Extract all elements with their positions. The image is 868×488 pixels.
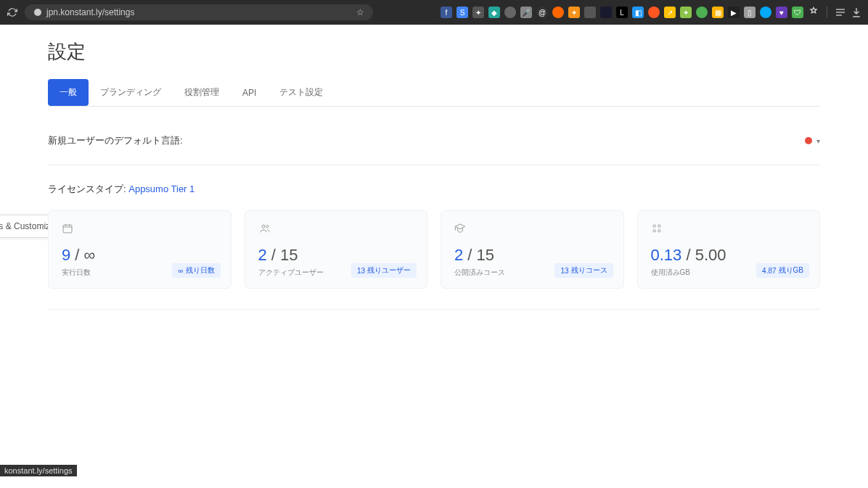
url-bar[interactable]: jpn.konstant.ly/settings ☆ — [25, 4, 373, 20]
ext-icon-8[interactable] — [552, 7, 564, 18]
ext-icon-20[interactable]: ▯ — [744, 7, 756, 18]
tab-branding[interactable]: ブランディング — [89, 79, 173, 106]
ext-icon-18[interactable]: ▦ — [712, 7, 724, 18]
calendar-icon — [62, 223, 218, 236]
reload-button[interactable] — [6, 6, 19, 19]
license-link[interactable]: Appsumo Tier 1 — [128, 183, 195, 194]
svg-point-10 — [653, 225, 655, 227]
users-icon — [258, 223, 414, 236]
ext-icon-15[interactable]: ↗ — [664, 7, 676, 18]
ext-icon-22[interactable]: ♥ — [776, 7, 787, 18]
tab-general[interactable]: 一般 — [48, 79, 89, 106]
card-users-value: 2 / 15 — [258, 246, 414, 265]
language-selector[interactable]: ▾ — [805, 137, 820, 145]
default-language-label: 新規ユーザーのデフォルト言語: — [48, 134, 183, 147]
bookmark-star-icon[interactable]: ☆ — [356, 7, 364, 17]
ext-icon-10[interactable] — [584, 7, 596, 18]
ext-icon-5[interactable] — [504, 7, 516, 18]
svg-point-8 — [262, 225, 265, 228]
ext-icon-9[interactable]: ✦ — [568, 7, 580, 18]
card-courses-badge: 13 残りコース — [554, 263, 613, 278]
course-icon — [454, 223, 610, 236]
tab-test[interactable]: テスト設定 — [268, 79, 335, 106]
ext-icon-14[interactable] — [648, 7, 660, 18]
ext-icon-3[interactable]: ✦ — [472, 7, 484, 18]
url-text: jpn.konstant.ly/settings — [46, 7, 352, 17]
divider — [48, 309, 820, 310]
tab-roles[interactable]: 役割管理 — [173, 79, 231, 106]
card-days: 9 / ∞ 実行日数 ∞ 残り日数 — [48, 210, 232, 289]
ext-icon-23[interactable]: 🛡 — [792, 7, 803, 18]
ext-icon-12[interactable]: L — [616, 7, 628, 18]
card-storage: 0.13 / 5.00 使用済みGB 4.87 残りGB — [637, 210, 821, 289]
card-storage-value: 0.13 / 5.00 — [651, 246, 807, 265]
card-days-value: 9 / ∞ — [62, 246, 218, 265]
ext-icon-21[interactable] — [760, 7, 771, 18]
ext-icon-19[interactable]: ▶ — [728, 7, 740, 18]
svg-rect-4 — [63, 225, 72, 233]
separator — [827, 7, 827, 18]
svg-point-9 — [266, 226, 268, 228]
ext-icon-6[interactable]: 🎤 — [520, 7, 532, 18]
storage-icon — [651, 223, 807, 236]
extensions-menu-icon[interactable] — [808, 7, 819, 18]
card-users: 2 / 15 アクティブユーザー 13 残りユーザー — [245, 210, 428, 289]
chevron-down-icon: ▾ — [816, 137, 820, 145]
ext-icon-13[interactable]: ◧ — [632, 7, 644, 18]
reading-list-icon[interactable] — [835, 7, 846, 18]
card-users-badge: 13 残りユーザー — [351, 263, 417, 278]
default-language-row: 新規ユーザーのデフォルト言語: ▾ — [48, 128, 820, 165]
license-label: ライセンスタイプ: — [48, 183, 128, 194]
card-storage-badge: 4.87 残りGB — [756, 263, 809, 278]
downloads-icon[interactable] — [851, 7, 862, 18]
status-bar: konstant.ly/settings — [0, 465, 77, 476]
browser-toolbar: jpn.konstant.ly/settings ☆ f S ✦ ◆ 🎤 @ ✦… — [0, 0, 868, 25]
site-info-icon — [33, 8, 42, 17]
ext-icon-2[interactable]: S — [456, 7, 468, 18]
svg-point-13 — [658, 230, 660, 232]
license-row: ライセンスタイプ: Appsumo Tier 1 — [48, 183, 820, 196]
page-content: 設定 一般 ブランディング 役割管理 API テスト設定 新規ユーザーのデフォル… — [0, 25, 868, 324]
page-title: 設定 — [48, 39, 820, 65]
ext-icon-7[interactable]: @ — [536, 7, 548, 18]
stats-cards: 9 / ∞ 実行日数 ∞ 残り日数 2 / 15 アクティブユーザー 13 残り… — [48, 210, 820, 289]
extension-icons: f S ✦ ◆ 🎤 @ ✦ L ◧ ↗ ✦ ▦ ▶ ▯ ♥ 🛡 — [441, 7, 862, 18]
tab-api[interactable]: API — [231, 79, 268, 106]
card-courses: 2 / 15 公開済みコース 13 残りコース — [441, 210, 624, 289]
ext-icon-16[interactable]: ✦ — [680, 7, 692, 18]
settings-tabs: 一般 ブランディング 役割管理 API テスト設定 — [48, 79, 820, 107]
language-flag-icon — [805, 137, 812, 144]
ext-icon-11[interactable] — [600, 7, 612, 18]
svg-point-11 — [658, 225, 660, 227]
card-courses-value: 2 / 15 — [454, 246, 610, 265]
svg-point-12 — [653, 230, 655, 232]
ext-icon-17[interactable] — [696, 7, 708, 18]
svg-point-0 — [34, 9, 41, 16]
card-days-badge: ∞ 残り日数 — [172, 263, 220, 278]
ext-icon-4[interactable]: ◆ — [488, 7, 500, 18]
ext-icon-1[interactable]: f — [441, 7, 452, 18]
